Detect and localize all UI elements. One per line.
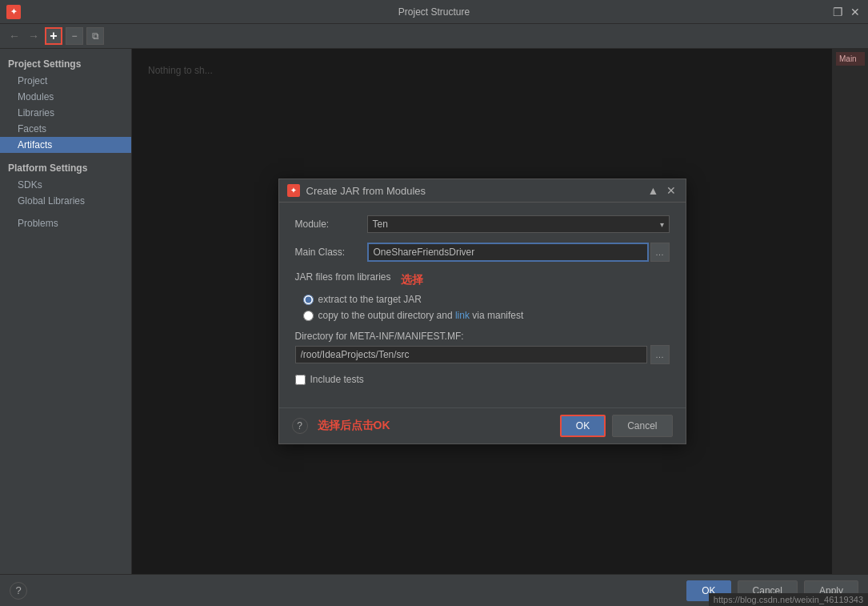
radio-extract[interactable] — [303, 295, 314, 305]
radio-copy[interactable] — [303, 311, 314, 321]
dialog-logo: ✦ — [287, 184, 300, 197]
include-tests-row: Include tests — [295, 374, 670, 385]
radio-extract-label: extract to the target JAR — [318, 294, 422, 305]
main-class-label: Main Class: — [295, 247, 367, 258]
close-btn[interactable]: ✕ — [849, 6, 862, 18]
project-settings-section: Project Settings — [0, 55, 131, 73]
toolbar: ← → + − ⧉ — [0, 24, 868, 49]
dialog-title-bar: ✦ Create JAR from Modules ▲ ✕ — [279, 179, 686, 203]
restore-btn[interactable]: ❐ — [831, 6, 844, 18]
copy-button[interactable]: ⧉ — [86, 27, 104, 45]
radio-copy-label: copy to the output directory and link vi… — [318, 310, 524, 321]
radio-group: extract to the target JAR copy to the ou… — [303, 294, 670, 321]
sidebar-item-project[interactable]: Project — [0, 73, 131, 89]
include-tests-checkbox[interactable] — [295, 375, 306, 385]
sidebar-item-sdks[interactable]: SDKs — [0, 177, 131, 193]
help-button[interactable]: ? — [10, 582, 27, 600]
window-title: Project Structure — [398, 6, 470, 18]
remove-button[interactable]: − — [66, 27, 83, 45]
module-select[interactable]: Ten ▾ — [367, 215, 670, 233]
dialog-help-btn[interactable]: ? — [292, 418, 308, 434]
dir-input[interactable]: /root/IdeaProjects/Ten/src — [295, 346, 647, 363]
dialog-minimize-btn[interactable]: ▲ — [647, 184, 660, 197]
dialog-body: Module: Ten ▾ Main Class: — [279, 203, 686, 407]
sidebar: Project Settings Project Modules Librari… — [0, 49, 132, 574]
add-button[interactable]: + — [45, 27, 62, 45]
platform-settings-section: Platform Settings — [0, 159, 131, 177]
main-class-browse-btn[interactable]: … — [650, 243, 670, 262]
dialog-footer: ? 选择后点击OK OK Cancel — [279, 407, 686, 443]
module-label: Module: — [295, 219, 367, 230]
jar-files-annotation: 选择 — [401, 273, 423, 287]
main-class-row: Main Class: OneShareFriendsDriver … — [295, 243, 670, 262]
url-bar: https://blog.csdn.net/weixin_46119343 — [709, 593, 868, 606]
dialog-title: Create JAR from Modules — [306, 185, 426, 197]
jar-files-label: JAR files from libraries — [295, 271, 391, 283]
dialog-backdrop: ✦ Create JAR from Modules ▲ ✕ — [132, 49, 832, 574]
content-area: Project Settings Project Modules Librari… — [0, 49, 868, 574]
include-tests-label: Include tests — [310, 374, 364, 385]
right-panel: Main — [832, 49, 868, 574]
dialog-cancel-btn[interactable]: Cancel — [612, 415, 672, 437]
sidebar-item-libraries[interactable]: Libraries — [0, 105, 131, 121]
nav-back-btn[interactable]: ← — [6, 28, 22, 44]
jar-files-row: JAR files from libraries 选择 — [295, 271, 670, 289]
footer-annotation: 选择后点击OK — [318, 419, 390, 433]
sidebar-item-artifacts[interactable]: Artifacts — [0, 137, 131, 153]
create-jar-dialog: ✦ Create JAR from Modules ▲ ✕ — [278, 179, 686, 444]
dir-row: Directory for META-INF/MANIFEST.MF: /roo… — [295, 331, 670, 364]
nav-forward-btn[interactable]: → — [26, 28, 42, 44]
radio-row-extract: extract to the target JAR — [303, 294, 670, 305]
right-panel-item: Main — [836, 52, 865, 66]
sidebar-item-facets[interactable]: Facets — [0, 121, 131, 137]
sidebar-item-global-libraries[interactable]: Global Libraries — [0, 193, 131, 209]
dialog-close-btn[interactable]: ✕ — [665, 184, 678, 197]
dialog-ok-btn[interactable]: OK — [560, 415, 606, 437]
sidebar-item-problems[interactable]: Problems — [0, 215, 131, 231]
main-panel: Nothing to sh... ✦ Create JAR from Modul… — [132, 49, 832, 574]
sidebar-item-modules[interactable]: Modules — [0, 89, 131, 105]
title-bar: ✦ Project Structure ❐ ✕ — [0, 0, 868, 24]
dir-label: Directory for META-INF/MANIFEST.MF: — [295, 331, 670, 342]
main-layout: ← → + − ⧉ Project Settings Project Modul… — [0, 24, 868, 606]
app-logo: ✦ — [6, 5, 21, 19]
module-row: Module: Ten ▾ — [295, 215, 670, 233]
radio-row-copy: copy to the output directory and link vi… — [303, 310, 670, 321]
dir-browse-btn[interactable]: … — [650, 345, 670, 364]
main-class-input[interactable]: OneShareFriendsDriver — [367, 243, 649, 262]
